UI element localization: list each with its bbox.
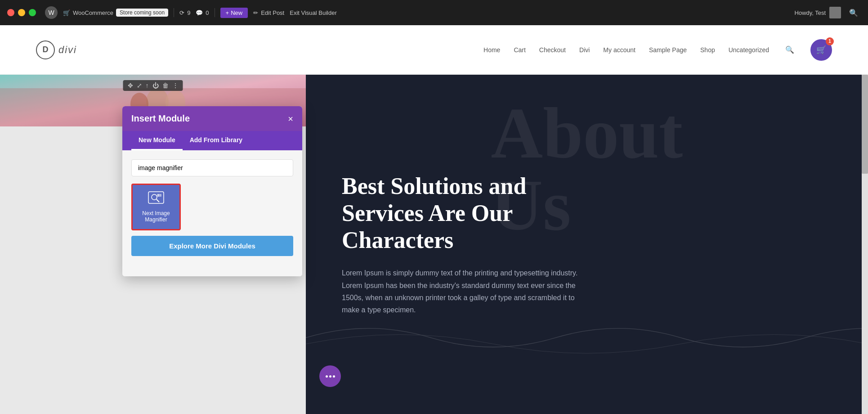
howdy-user[interactable]: Howdy, Test: [794, 7, 841, 18]
module-grid: Next Image Magnifier: [131, 184, 293, 230]
dot1: [326, 375, 328, 378]
dialog-header: Insert Module ×: [122, 106, 302, 131]
divider: [174, 8, 174, 17]
module-label: Next Image Magnifier: [137, 210, 175, 223]
woocommerce-link[interactable]: 🛒 WooCommerce Store coming soon: [63, 9, 168, 17]
nav-checkout[interactable]: Checkout: [539, 46, 566, 54]
magnifier-svg: [148, 191, 164, 204]
close-traffic-light[interactable]: [7, 9, 14, 16]
dialog-title: Insert Module: [131, 113, 190, 124]
move-icon[interactable]: ✥: [128, 82, 133, 89]
nav-my-account[interactable]: My account: [603, 46, 635, 54]
nav-cart[interactable]: Cart: [514, 46, 525, 54]
module-next-image-magnifier[interactable]: Next Image Magnifier: [131, 184, 181, 230]
trash-icon[interactable]: 🗑: [162, 82, 169, 89]
comments-link[interactable]: 💬 0: [196, 9, 209, 16]
expand-icon[interactable]: ⤢: [137, 82, 142, 89]
traffic-lights: [7, 9, 36, 16]
image-toolbar: ✥ ⤢ ↑ ⏻ 🗑 ⋮: [123, 80, 183, 91]
svg-line-7: [157, 199, 159, 202]
content-body: Lorem Ipsum is simply dummy text of the …: [342, 267, 585, 316]
svg-rect-5: [148, 192, 164, 203]
site-logo[interactable]: D divi: [36, 40, 77, 59]
upload-icon[interactable]: ↑: [146, 82, 149, 89]
dialog-body: Next Image Magnifier Explore More Divi M…: [122, 150, 302, 276]
fullscreen-traffic-light[interactable]: [29, 9, 36, 16]
scrollbar-track: [862, 75, 868, 414]
site-nav: Home Cart Checkout Divi My account Sampl…: [483, 39, 832, 61]
plus-icon: +: [226, 9, 229, 16]
edit-post-link[interactable]: ✏ Edit Post: [253, 9, 284, 16]
wordpress-icon[interactable]: W: [45, 6, 58, 19]
site-header: D divi Home Cart Checkout Divi My accoun…: [0, 25, 868, 75]
search-icon[interactable]: 🔍: [783, 43, 797, 57]
tab-add-from-library[interactable]: Add From Library: [183, 131, 250, 150]
comment-icon: 💬: [196, 9, 203, 16]
sync-icon: ⟳: [179, 9, 184, 16]
module-search-input[interactable]: [131, 159, 293, 176]
user-avatar: [829, 7, 841, 18]
dots-icon: [326, 375, 335, 378]
nav-divi[interactable]: Divi: [579, 46, 590, 54]
floating-dots-button[interactable]: [319, 365, 341, 387]
content-headline: Best Solutions andServices Are OurCharac…: [342, 173, 585, 253]
svg-point-6: [152, 194, 157, 200]
logo-circle: D: [36, 40, 55, 59]
minimize-traffic-light[interactable]: [18, 9, 25, 16]
nav-sample-page[interactable]: Sample Page: [649, 46, 687, 54]
woocommerce-icon: 🛒: [63, 9, 70, 16]
tab-new-module[interactable]: New Module: [131, 131, 183, 150]
power-icon[interactable]: ⏻: [152, 82, 159, 89]
module-icon: [148, 191, 164, 207]
exit-builder-link[interactable]: Exit Visual Builder: [290, 9, 337, 16]
admin-bar-right: Howdy, Test 🔍: [794, 5, 861, 20]
more-icon[interactable]: ⋮: [172, 82, 179, 89]
nav-shop[interactable]: Shop: [700, 46, 715, 54]
dot3: [333, 375, 335, 378]
divider2: [215, 8, 215, 17]
store-badge: Store coming soon: [116, 9, 168, 17]
logo-text: divi: [58, 44, 77, 56]
nav-home[interactable]: Home: [483, 46, 500, 54]
main-content: ✥ ⤢ ↑ ⏻ 🗑 ⋮ + Insert Module × New Module…: [0, 75, 868, 414]
admin-bar: W 🛒 WooCommerce Store coming soon ⟳ 9 💬 …: [0, 0, 868, 25]
editor-panel: ✥ ⤢ ↑ ⏻ 🗑 ⋮ + Insert Module × New Module…: [0, 75, 306, 414]
cart-icon: 🛒: [816, 45, 826, 55]
dot2: [329, 375, 331, 378]
svg-rect-8: [157, 194, 161, 197]
scrollbar-thumb[interactable]: [862, 75, 868, 174]
dialog-close-button[interactable]: ×: [288, 114, 293, 123]
insert-module-dialog: Insert Module × New Module Add From Libr…: [122, 106, 302, 276]
content-panel: AboutUs Best Solutions andServices Are O…: [306, 75, 868, 414]
cart-badge: 1: [826, 37, 834, 45]
admin-search-icon[interactable]: 🔍: [846, 5, 861, 20]
pencil-icon: ✏: [253, 9, 258, 16]
nav-uncategorized[interactable]: Uncategorized: [729, 46, 769, 54]
cart-button[interactable]: 🛒 1: [810, 39, 832, 61]
explore-more-button[interactable]: Explore More Divi Modules: [131, 236, 293, 256]
sync-link[interactable]: ⟳ 9: [179, 9, 190, 16]
content-inner: Best Solutions andServices Are OurCharac…: [306, 146, 621, 343]
dialog-tabs: New Module Add From Library: [122, 131, 302, 150]
new-button[interactable]: + New: [220, 8, 248, 18]
